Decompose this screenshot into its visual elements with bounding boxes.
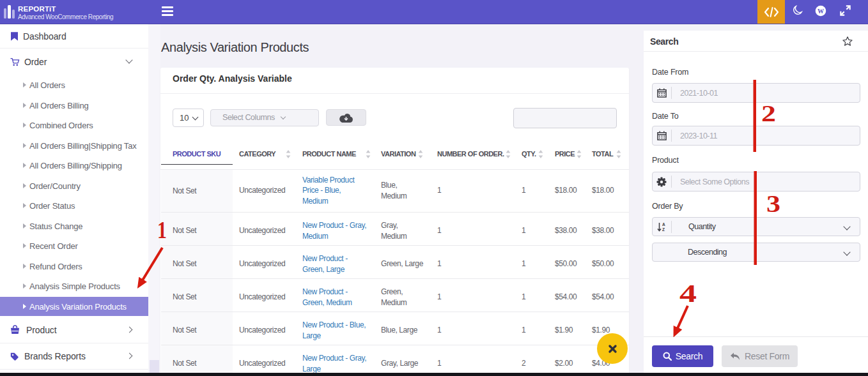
svg-text:W: W	[818, 8, 824, 15]
svg-text:A: A	[662, 222, 665, 227]
svg-text:Z: Z	[662, 227, 665, 232]
